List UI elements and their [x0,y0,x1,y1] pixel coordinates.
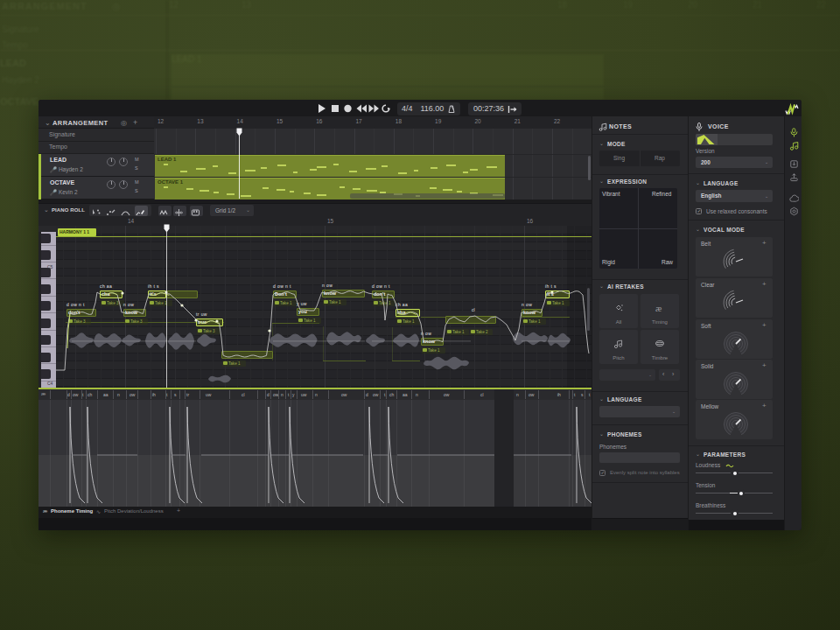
svg-text:æ: æ [655,303,662,313]
